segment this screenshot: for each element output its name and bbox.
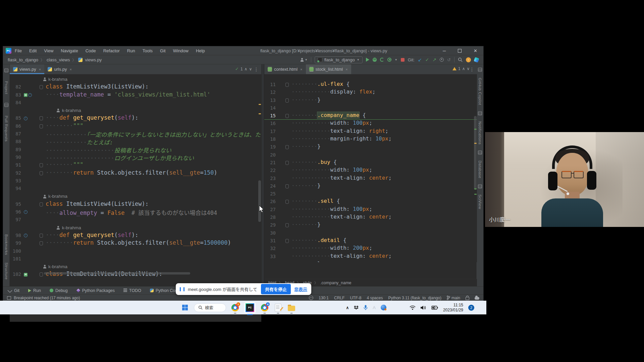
more-run-options[interactable]: ▼: [395, 58, 397, 61]
editor-splitter[interactable]: [261, 64, 264, 301]
code-with-me-button[interactable]: ▼: [300, 58, 308, 62]
fold-marker-icon[interactable]: [285, 184, 289, 188]
run-button[interactable]: [366, 58, 369, 62]
explorer-button[interactable]: [287, 303, 296, 312]
stripe-item-bookmarks[interactable]: Bookmarks: [4, 234, 8, 255]
taskbar-search[interactable]: 検索: [194, 303, 226, 312]
notification-badge[interactable]: 2: [468, 305, 474, 311]
chrome-profile2-button[interactable]: ●: [260, 303, 269, 312]
menu-item-code[interactable]: Code: [86, 48, 96, 53]
fold-marker-icon[interactable]: [285, 200, 289, 204]
stripe-item-project[interactable]: Project: [4, 81, 8, 94]
app-sphere-icon[interactable]: [381, 305, 386, 310]
tab-close-icon[interactable]: ×: [39, 67, 41, 71]
status-item[interactable]: 130:1: [319, 296, 329, 300]
battery-icon[interactable]: [431, 306, 438, 310]
fold-marker-icon[interactable]: [40, 116, 43, 120]
tab-close-icon[interactable]: ×: [300, 67, 302, 71]
stripe-item-structure[interactable]: Structure: [4, 262, 8, 280]
ide-plugin-icon[interactable]: [474, 57, 479, 63]
ime-icon[interactable]: A: [373, 305, 376, 310]
pig-icon[interactable]: [309, 296, 313, 300]
method-marker-icon[interactable]: H: [24, 273, 28, 277]
breadcrumb-item[interactable]: views.py: [85, 57, 102, 62]
tab-options-icon[interactable]: ⋮: [470, 67, 474, 72]
tab-urls-py[interactable]: urls.py×: [44, 64, 75, 74]
git-update-button[interactable]: ↙: [418, 57, 422, 62]
left-editor-vscrollbar[interactable]: [258, 180, 261, 222]
fold-marker-icon[interactable]: [285, 145, 289, 149]
git-rollback-button[interactable]: ↺: [447, 57, 451, 62]
speaker-icon[interactable]: [421, 305, 426, 310]
git-commit-button[interactable]: ✓: [425, 57, 429, 62]
menu-item-navigate[interactable]: Navigate: [61, 48, 78, 53]
status-item[interactable]: CRLF: [334, 296, 344, 300]
menu-item-refactor[interactable]: Refactor: [103, 48, 120, 53]
coverage-button[interactable]: [387, 58, 391, 62]
toolwindow-todo[interactable]: TODO: [123, 288, 141, 293]
stripe-item-sciview[interactable]: SciView: [478, 194, 482, 209]
breadcrumb[interactable]: flask_to_django〉class_views〉views.py: [8, 57, 102, 62]
tab-views-py[interactable]: views.py×: [10, 64, 44, 74]
fold-marker-icon[interactable]: [285, 83, 289, 87]
hide-link[interactable]: 非表示: [294, 286, 307, 292]
menu-item-git[interactable]: Git: [160, 48, 166, 53]
menu-item-tools[interactable]: Tools: [143, 48, 153, 53]
override-icon[interactable]: ↑: [24, 210, 28, 214]
override-icon[interactable]: ↑: [28, 93, 32, 97]
tab-context-html[interactable]: context.html×: [264, 64, 306, 74]
tab-close-icon[interactable]: ×: [345, 67, 347, 71]
fold-marker-icon[interactable]: [40, 273, 43, 277]
toolwindow-git[interactable]: Git: [8, 288, 19, 293]
chrome-profile1-button[interactable]: k: [231, 303, 239, 312]
menu-item-file[interactable]: File: [15, 48, 22, 53]
notepad-button[interactable]: [274, 303, 282, 312]
stripe-item-notifications[interactable]: Notifications: [478, 121, 482, 144]
search-everywhere-icon[interactable]: [458, 57, 463, 62]
left-editor-hscrollbar[interactable]: [44, 272, 190, 275]
layout-icon[interactable]: [7, 296, 11, 300]
fold-marker-icon[interactable]: [40, 85, 43, 89]
taskbar-clock[interactable]: 11:15 2023/01/29: [443, 303, 463, 313]
git-branch-widget[interactable]: main: [447, 296, 460, 300]
fold-marker-icon[interactable]: [285, 239, 289, 243]
toolwindow-python-packages[interactable]: Python Packages: [76, 288, 115, 293]
title-bar[interactable]: PC FileEditViewNavigateCodeRefactorRunTo…: [3, 46, 483, 55]
tab-stock_list-html[interactable]: stock_list.html×: [306, 64, 351, 74]
override-icon[interactable]: ↑: [24, 234, 28, 237]
menu-item-help[interactable]: Help: [196, 48, 205, 53]
git-history-button[interactable]: [440, 58, 444, 62]
git-push-button[interactable]: ↗: [432, 57, 436, 62]
fold-marker-icon[interactable]: [40, 163, 43, 167]
tab-close-icon[interactable]: ×: [70, 67, 72, 71]
breadcrumb-item[interactable]: class_views: [47, 57, 70, 62]
tray-expand-icon[interactable]: ∧: [346, 305, 349, 310]
fold-marker-icon[interactable]: [285, 114, 289, 118]
status-item[interactable]: Python 3.11 (flask_to_django): [388, 296, 441, 300]
method-marker-icon[interactable]: H: [24, 93, 28, 97]
left-inspections-widget[interactable]: ✓ 1∧∨: [235, 66, 252, 71]
status-item[interactable]: 4 spaces: [367, 296, 383, 300]
stripe-item-github-copilot[interactable]: GitHub Copilot: [478, 78, 482, 105]
stop-sharing-button[interactable]: 共有を停止: [261, 284, 291, 294]
fold-marker-icon[interactable]: [40, 124, 43, 128]
right-editor-vscrollbar[interactable]: [474, 116, 477, 190]
stripe-item-pull-requests[interactable]: Pull Requests: [4, 116, 8, 141]
menu-item-window[interactable]: Window: [173, 48, 189, 53]
cloud-icon[interactable]: [475, 297, 479, 300]
dropbox-icon[interactable]: [354, 305, 359, 310]
stripe-item-database[interactable]: Database: [478, 161, 482, 178]
run-configuration-select[interactable]: flask_to_django ▼: [315, 56, 363, 63]
right-inspections-widget[interactable]: 1∧∨: [452, 66, 470, 71]
toolwindow-debug[interactable]: Debug: [50, 288, 68, 293]
pycharm-taskbar-button[interactable]: PC: [244, 302, 256, 313]
fold-marker-icon[interactable]: [285, 99, 289, 103]
fold-marker-icon[interactable]: [40, 241, 43, 245]
menu-item-view[interactable]: View: [44, 48, 53, 53]
stop-button[interactable]: [401, 58, 405, 62]
profile-button[interactable]: [380, 58, 384, 62]
breadcrumb-item[interactable]: .company_name: [320, 281, 351, 285]
fold-marker-icon[interactable]: [40, 202, 43, 206]
close-button[interactable]: ✕: [474, 48, 477, 53]
menu-item-run[interactable]: Run: [127, 48, 135, 53]
